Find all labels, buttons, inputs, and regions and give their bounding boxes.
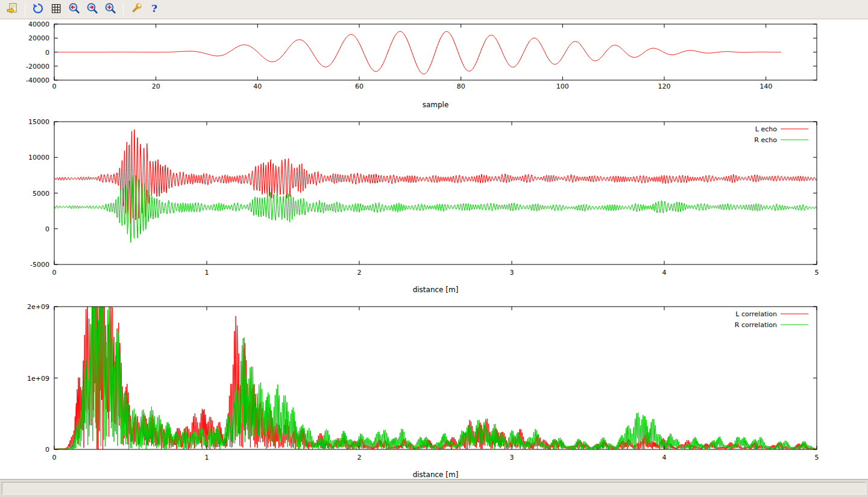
zoom-next-button[interactable] <box>84 2 101 17</box>
replot-button[interactable] <box>30 2 46 17</box>
legend-label: R echo <box>754 136 777 144</box>
x-tick-label: 1 <box>205 269 209 277</box>
x-tick-label: 120 <box>658 83 671 90</box>
chart-echo: 012345-5000050001000015000distance [m]L … <box>0 111 868 297</box>
export-icon <box>5 2 19 17</box>
legend-label: L echo <box>755 125 777 133</box>
y-tick-label: 5000 <box>33 190 49 198</box>
zoom-autoscale-button[interactable] <box>102 2 119 17</box>
zoom-autoscale-icon <box>104 2 117 17</box>
y-tick-label: -5000 <box>30 261 49 269</box>
x-tick-label: 2 <box>357 269 362 277</box>
x-tick-label: 0 <box>52 269 57 277</box>
export-button[interactable] <box>4 2 20 17</box>
help-icon: ? <box>148 2 161 17</box>
replot-icon <box>31 2 45 17</box>
grid-button[interactable] <box>48 2 64 17</box>
settings-button[interactable] <box>128 2 145 17</box>
y-tick-label: 0 <box>45 446 49 454</box>
x-tick-label: 5 <box>815 454 819 461</box>
x-tick-label: 0 <box>52 83 57 90</box>
gnuplot-window: ? 020406080100120140-40000-2000002000040… <box>0 0 868 497</box>
chart-pulse: 020406080100120140-40000-200000200004000… <box>0 19 868 111</box>
x-tick-label: 5 <box>815 269 819 277</box>
plot-canvas[interactable]: 01234501e+092e+09distance [m]L correlati… <box>0 297 868 479</box>
toolbar: ? <box>0 0 868 19</box>
x-tick-label: 3 <box>510 269 514 277</box>
grid-icon <box>49 2 63 17</box>
x-axis-title: distance [m] <box>413 286 459 294</box>
x-tick-label: 60 <box>355 83 363 90</box>
y-tick-label: 20000 <box>28 34 49 42</box>
y-tick-label: 2e+09 <box>27 303 49 311</box>
x-axis-title: sample <box>423 101 449 109</box>
x-axis-title: distance [m] <box>413 470 459 479</box>
y-tick-label: 10000 <box>28 154 49 161</box>
x-tick-label: 1 <box>205 454 209 461</box>
svg-text:?: ? <box>151 2 157 14</box>
x-tick-label: 20 <box>152 83 160 90</box>
x-tick-label: 80 <box>457 83 465 90</box>
y-tick-label: -20000 <box>26 63 49 70</box>
settings-icon <box>130 2 143 17</box>
status-message-area <box>2 482 866 495</box>
series-pulse <box>54 31 781 74</box>
toolbar-separator <box>25 3 25 16</box>
plot-border <box>54 122 817 264</box>
x-tick-label: 4 <box>662 269 667 277</box>
x-tick-label: 2 <box>357 454 362 461</box>
plot-canvas[interactable]: 012345-5000050001000015000distance [m]L … <box>0 111 868 297</box>
x-tick-label: 4 <box>662 454 667 461</box>
legend-label: L correlation <box>735 310 777 318</box>
x-tick-label: 140 <box>760 83 772 90</box>
y-tick-label: 0 <box>45 49 49 57</box>
legend-label: R correlation <box>735 321 777 329</box>
plot-stack: 020406080100120140-40000-200000200004000… <box>0 19 868 479</box>
x-tick-label: 0 <box>52 454 57 461</box>
y-tick-label: 15000 <box>28 118 49 126</box>
x-tick-label: 3 <box>510 454 514 461</box>
zoom-previous-button[interactable] <box>66 2 83 17</box>
plot-canvas[interactable]: 020406080100120140-40000-200000200004000… <box>0 19 868 111</box>
y-tick-label: 40000 <box>28 20 49 28</box>
x-tick-label: 40 <box>253 83 262 90</box>
zoom-previous-icon <box>68 2 81 17</box>
y-tick-label: 0 <box>45 225 49 233</box>
y-tick-label: 1e+09 <box>27 375 49 383</box>
x-tick-label: 100 <box>556 83 569 90</box>
status-bar <box>0 479 868 497</box>
toolbar-separator <box>123 3 124 16</box>
chart-correlation: 01234501e+092e+09distance [m]L correlati… <box>0 297 868 479</box>
series-r-correlation <box>54 297 817 449</box>
help-button[interactable]: ? <box>146 2 163 17</box>
zoom-next-icon <box>86 2 99 17</box>
y-tick-label: -40000 <box>26 77 49 84</box>
